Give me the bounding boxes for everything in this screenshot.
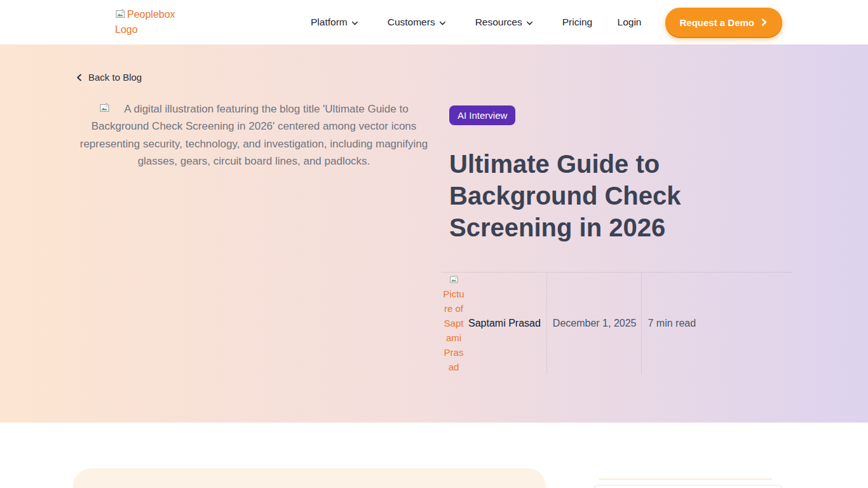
chevron-down-icon	[351, 20, 358, 27]
publish-date: December 1, 2025	[553, 318, 637, 329]
site-header: Peoplebox Logo Platform Customers Resour…	[0, 0, 868, 44]
nav-label: Platform	[311, 17, 348, 28]
nav-item-pricing[interactable]: Pricing	[562, 17, 592, 28]
author-name[interactable]: Saptami Prasad	[468, 318, 541, 329]
post-meta: Picture of Saptami Prasad Saptami Prasad…	[442, 273, 792, 374]
sidebar-accent-line	[599, 478, 772, 480]
post-title: Ultimate Guide to Background Check Scree…	[449, 148, 754, 243]
chevron-down-icon	[526, 20, 533, 27]
broken-image-icon	[115, 9, 126, 19]
sidebar-card	[594, 485, 782, 488]
article-summary-card	[73, 468, 546, 488]
back-to-blog-link[interactable]: Back to Blog	[76, 72, 142, 83]
vertical-separator	[546, 273, 547, 374]
back-to-blog-label: Back to Blog	[88, 72, 142, 83]
peoplebox-logo[interactable]: Peoplebox Logo	[115, 7, 185, 37]
author-avatar-broken: Picture of Saptami Prasad	[442, 272, 466, 374]
nav-item-customers[interactable]: Customers	[388, 17, 446, 28]
nav-item-resources[interactable]: Resources	[475, 17, 533, 28]
vertical-separator	[641, 273, 642, 374]
nav-label: Customers	[388, 17, 435, 28]
nav-item-platform[interactable]: Platform	[311, 17, 358, 28]
nav-label: Resources	[475, 17, 522, 28]
main-nav: Platform Customers Resources Pricing	[311, 17, 592, 28]
category-badge[interactable]: AI Interview	[449, 105, 515, 125]
chevron-left-icon	[76, 74, 83, 81]
broken-image-icon	[449, 275, 459, 284]
nav-label: Pricing	[562, 17, 592, 28]
article-body-section	[0, 423, 868, 488]
featured-image-alt-text: A digital illustration featuring the blo…	[80, 103, 428, 168]
featured-image-broken: A digital illustration featuring the blo…	[76, 100, 432, 374]
login-link[interactable]: Login	[618, 17, 642, 28]
request-demo-label: Request a Demo	[679, 17, 754, 28]
broken-image-icon	[99, 103, 110, 113]
chevron-right-icon	[759, 18, 768, 27]
chevron-down-icon	[439, 20, 446, 27]
blog-hero-section: Back to Blog A digital illustration feat…	[0, 44, 868, 423]
request-demo-button[interactable]: Request a Demo	[665, 8, 782, 37]
author-avatar-alt-text: Picture of Saptami Prasad	[443, 288, 464, 372]
read-time: 7 min read	[648, 318, 696, 329]
